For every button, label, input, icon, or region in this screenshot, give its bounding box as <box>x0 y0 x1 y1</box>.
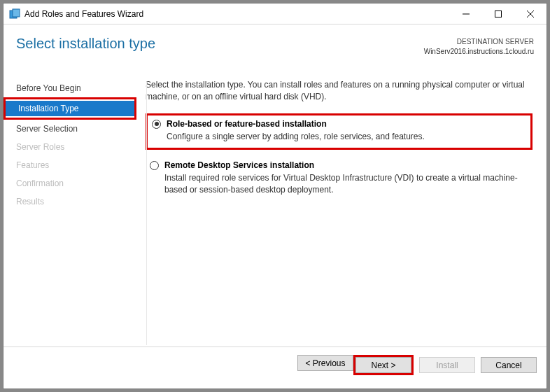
header-area: Select installation type DESTINATION SER… <box>3 24 547 79</box>
minimize-button[interactable] <box>450 4 482 24</box>
sidebar-item-results: Results <box>3 192 136 211</box>
next-button[interactable]: Next > <box>355 357 411 373</box>
option-desc: Configure a single server by adding role… <box>167 131 425 143</box>
wizard-sidebar: Before You Begin Installation Type Serve… <box>3 79 136 346</box>
destination-name: WinServ2016.instructions.1cloud.ru <box>424 47 534 57</box>
option-text: Role-based or feature-based installation… <box>167 118 425 144</box>
sidebar-highlight: Installation Type <box>3 97 136 120</box>
install-button: Install <box>419 357 475 373</box>
option-title: Role-based or feature-based installation <box>167 118 425 130</box>
intro-text: Select the installation type. You can in… <box>146 79 533 104</box>
radio-remote-desktop[interactable] <box>150 161 159 170</box>
cancel-button[interactable]: Cancel <box>481 357 537 373</box>
content-area: Select the installation type. You can in… <box>136 79 547 346</box>
sidebar-item-installation-type[interactable]: Installation Type <box>6 101 134 116</box>
nav-button-group: < Previous Next > <box>297 355 414 375</box>
sidebar-item-before-you-begin[interactable]: Before You Begin <box>3 79 136 97</box>
option-text: Remote Desktop Services installation Ins… <box>164 160 528 197</box>
footer-buttons: < Previous Next > Install Cancel <box>3 346 547 383</box>
titlebar: Add Roles and Features Wizard <box>3 4 547 24</box>
window-controls <box>450 4 547 24</box>
separator-line <box>146 82 147 345</box>
sidebar-item-confirmation: Confirmation <box>3 174 136 192</box>
body-area: Before You Begin Installation Type Serve… <box>3 79 547 346</box>
svg-rect-1 <box>13 9 20 17</box>
next-button-highlight: Next > <box>353 355 414 375</box>
option-remote-desktop[interactable]: Remote Desktop Services installation Ins… <box>146 157 533 201</box>
wizard-window: Add Roles and Features Wizard Select ins… <box>3 3 547 389</box>
option-title: Remote Desktop Services installation <box>164 160 528 172</box>
maximize-button[interactable] <box>482 4 514 24</box>
destination-block: DESTINATION SERVER WinServ2016.instructi… <box>424 36 534 57</box>
destination-label: DESTINATION SERVER <box>424 37 534 47</box>
option-desc: Install required role services for Virtu… <box>164 172 528 197</box>
sidebar-item-server-selection[interactable]: Server Selection <box>3 120 136 138</box>
option-role-based[interactable]: Role-based or feature-based installation… <box>146 113 533 150</box>
close-button[interactable] <box>514 4 547 24</box>
previous-button[interactable]: < Previous <box>297 355 353 371</box>
wizard-icon <box>9 8 20 20</box>
radio-role-based[interactable] <box>152 120 161 129</box>
svg-rect-3 <box>495 10 502 17</box>
sidebar-item-features: Features <box>3 156 136 174</box>
sidebar-item-server-roles: Server Roles <box>3 138 136 156</box>
window-title: Add Roles and Features Wizard <box>24 9 450 19</box>
page-title: Select installation type <box>16 36 424 52</box>
